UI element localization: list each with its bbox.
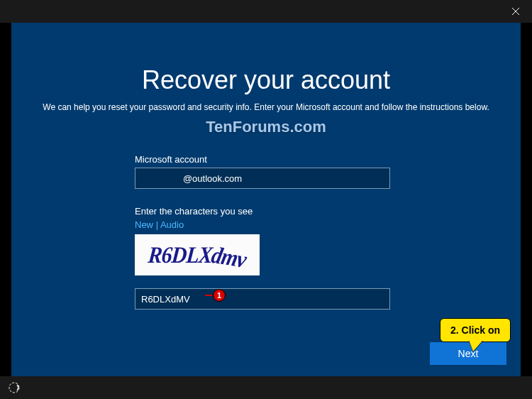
svg-point-2 [9,383,19,393]
page-title: Recover your account [142,65,390,95]
captcha-image: R6DLXdmv [135,234,260,275]
captcha-label: Enter the characters you see [135,206,397,217]
watermark-text: TenForums.com [206,118,326,136]
accessibility-icon [8,381,21,394]
new-captcha-link[interactable]: New [135,219,153,230]
titlebar [0,0,532,23]
annotation-marker-1: 1 [213,289,226,302]
annotation-balloon-2: 2. Click on [440,318,511,342]
captcha-input[interactable] [135,288,390,310]
close-button[interactable] [499,0,532,23]
account-label: Microsoft account [135,154,397,165]
link-separator: | [153,219,160,230]
account-input[interactable] [135,168,390,189]
captcha-distorted-text: R6DLXdmv [147,241,248,268]
captcha-links: New | Audio [135,219,397,230]
audio-captcha-link[interactable]: Audio [160,219,184,230]
close-icon [512,8,519,15]
ease-of-access-button[interactable] [6,379,23,396]
page-subtitle: We can help you reset your password and … [43,102,489,112]
recovery-form: Microsoft account Enter the characters y… [135,154,397,310]
bottombar [0,376,532,399]
